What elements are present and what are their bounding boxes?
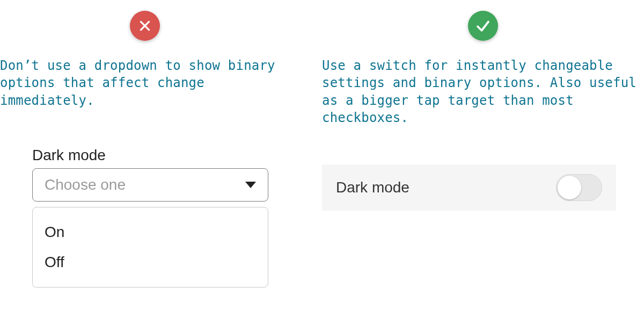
dropdown-placeholder: Choose one (45, 176, 126, 193)
x-icon (138, 19, 152, 33)
dropdown-field-label: Dark mode (32, 147, 268, 164)
caret-down-icon (245, 182, 256, 188)
dropdown-demo: Dark mode Choose one On Off (0, 147, 268, 288)
dropdown-button[interactable]: Choose one (32, 168, 268, 202)
dark-mode-switch[interactable] (556, 174, 602, 201)
dropdown-option-on[interactable]: On (33, 217, 268, 247)
dropdown-option-off[interactable]: Off (33, 247, 268, 277)
switch-knob (558, 176, 581, 199)
do-caption: Use a switch for instantly changeable se… (322, 57, 644, 127)
dont-caption: Don’t use a dropdown to show binary opti… (0, 57, 290, 109)
switch-row: Dark mode (322, 164, 616, 211)
switch-demo: Dark mode (322, 164, 644, 211)
check-icon (475, 18, 491, 34)
dropdown-panel: On Off (32, 207, 268, 288)
switch-label: Dark mode (336, 179, 409, 196)
dont-badge (130, 11, 160, 41)
do-badge (468, 11, 498, 41)
do-column: Use a switch for instantly changeable se… (322, 0, 644, 211)
dont-column: Don’t use a dropdown to show binary opti… (0, 0, 322, 288)
